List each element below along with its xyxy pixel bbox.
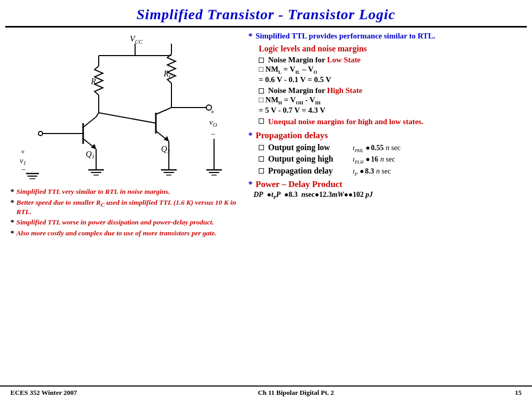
page: Simplified Transistor - Transistor Logic…: [0, 0, 532, 399]
left-bullets: * Simplified TTL very similar to RTL in …: [10, 185, 239, 242]
svg-marker-25: [164, 136, 169, 141]
square-icon-1: [259, 58, 264, 63]
bullet-text-3: Simplified TTL worse in power dissipatio…: [17, 218, 214, 227]
output-low-dot: ●: [366, 144, 370, 152]
noise-low-state: Low State: [327, 56, 361, 64]
svg-text:+: +: [210, 108, 215, 116]
output-low-val: 0.55: [371, 144, 384, 152]
list-item: * Simplified TTL very similar to RTL in …: [10, 188, 239, 196]
svg-point-10: [38, 131, 43, 136]
bullet-text-4: Also more costly and complex due to use …: [17, 229, 217, 238]
nm-h-value: = 5 V - 0.7 V = 4.3 V: [259, 106, 523, 115]
square-icon-3: [259, 118, 264, 124]
svg-text:+: +: [21, 148, 25, 156]
logic-levels-header: Logic levels and noise margins: [259, 44, 523, 54]
power-delay-header-row: * Power – Delay Product: [248, 179, 523, 190]
noise-high-state: High State: [327, 86, 362, 95]
circuit-area: VCC R RC: [10, 30, 239, 185]
prop-delays-header: Propagation delays: [256, 130, 328, 141]
power-delay-section: * Power – Delay Product DP ●tPP ●8.3 nse…: [248, 179, 523, 200]
output-low-row: Output going low tPHL ● 0.55 n sec: [259, 143, 523, 153]
svg-text:v1: v1: [20, 156, 26, 166]
square-icon-2: [259, 88, 264, 94]
power-delay-formula: DP ●tPP ●8.3 nsec●12.3mW●●102 pJ: [254, 191, 523, 200]
bullet-text-2: Better speed due to smaller RC used in s…: [17, 198, 240, 216]
footer-center: Ch 11 Bipolar Digital Pt. 2: [258, 389, 334, 397]
noise-high-section: Noise Margin for High State □ NMH = VOH …: [259, 86, 523, 115]
intro-text: Simplified TTL provides performance simi…: [256, 32, 435, 41]
svg-line-16: [96, 113, 99, 117]
output-high-dot: ●: [366, 155, 370, 164]
svg-text:–: –: [21, 165, 26, 173]
star-icon-prop: *: [248, 131, 252, 140]
footer: ECES 352 Winter 2007 Ch 11 Bipolar Digit…: [0, 385, 532, 399]
nm-h-formula: □ NMH = VOH - VIH: [259, 96, 523, 105]
prop-delay-dot: ●: [360, 167, 364, 176]
star-icon-power: *: [248, 180, 252, 189]
svg-line-22: [99, 113, 156, 123]
output-low-var: tPHL: [353, 144, 364, 153]
square-icon-6: [259, 168, 264, 174]
nm-l-value: = 0.6 V - 0.1 V = 0.5 V: [259, 75, 523, 84]
left-panel: VCC R RC: [5, 30, 244, 385]
list-item: * Better speed due to smaller RC used in…: [10, 198, 239, 216]
svg-line-23: [156, 108, 171, 114]
noise-low-header: Noise Margin for Low State: [259, 56, 523, 64]
top-divider: [5, 26, 527, 28]
output-high-label: Output going high: [268, 154, 349, 164]
list-item: * Simplified TTL worse in power dissipat…: [10, 218, 239, 227]
power-delay-header: Power – Delay Product: [256, 179, 342, 190]
svg-line-14: [83, 117, 96, 127]
bullet-star-2: *: [10, 198, 15, 216]
prop-delay-label: Propagation delay: [268, 166, 349, 176]
star-icon-intro: *: [248, 32, 252, 41]
square-icon-4: [259, 145, 264, 150]
nm-l-formula: □ NML = VIL – VO: [259, 65, 523, 75]
output-high-val: 16: [371, 155, 378, 164]
prop-delay-var: tP: [353, 167, 357, 177]
noise-high-label: Noise Margin for High State: [268, 86, 362, 95]
noise-low-label: Noise Margin for Low State: [268, 56, 361, 64]
noise-low-section: Noise Margin for Low State □ NML = VIL –…: [259, 56, 523, 84]
svg-text:VCC: VCC: [130, 34, 143, 45]
noise-high-header: Noise Margin for High State: [259, 86, 523, 95]
unequal-section: Unequal noise margins for high and low s…: [259, 117, 523, 127]
right-panel: * Simplified TTL provides performance si…: [244, 30, 527, 385]
svg-text:Q1: Q1: [86, 150, 95, 159]
svg-text:vO: vO: [209, 118, 217, 128]
prop-delays-header-row: * Propagation delays: [248, 130, 523, 141]
prop-delay-unit: n sec: [376, 167, 391, 176]
output-low-label: Output going low: [268, 143, 349, 152]
list-item: * Also more costly and complex due to us…: [10, 229, 239, 238]
bullet-star-1: *: [10, 188, 15, 196]
footer-left: ECES 352 Winter 2007: [10, 389, 77, 397]
propagation-section: * Propagation delays Output going low tP…: [248, 130, 523, 177]
intro-bullet: * Simplified TTL provides performance si…: [248, 32, 523, 41]
svg-marker-13: [91, 144, 96, 149]
output-high-unit: n sec: [380, 155, 395, 164]
output-high-var: tPLH: [353, 155, 364, 165]
unequal-text: Unequal noise margins for high and low s…: [268, 117, 423, 127]
svg-text:–: –: [211, 130, 216, 138]
bullet-star-3: *: [10, 218, 15, 227]
output-high-row: Output going high tPLH ● 16 n sec: [259, 154, 523, 165]
main-content: VCC R RC: [0, 30, 532, 385]
bullet-star-4: *: [10, 229, 15, 238]
prop-delay-row: Propagation delay tP ● 8.3 n sec: [259, 166, 523, 177]
footer-right: 15: [515, 389, 522, 397]
output-low-unit: n sec: [386, 144, 401, 152]
prop-delay-val: 8.3: [365, 167, 375, 176]
bullet-text-1: Simplified TTL very similar to RTL in no…: [17, 188, 170, 196]
page-title: Simplified Transistor - Transistor Logic: [137, 6, 395, 22]
square-icon-5: [259, 156, 264, 162]
circuit-diagram: VCC R RC: [10, 30, 239, 185]
title-bar: Simplified Transistor - Transistor Logic: [0, 0, 532, 26]
